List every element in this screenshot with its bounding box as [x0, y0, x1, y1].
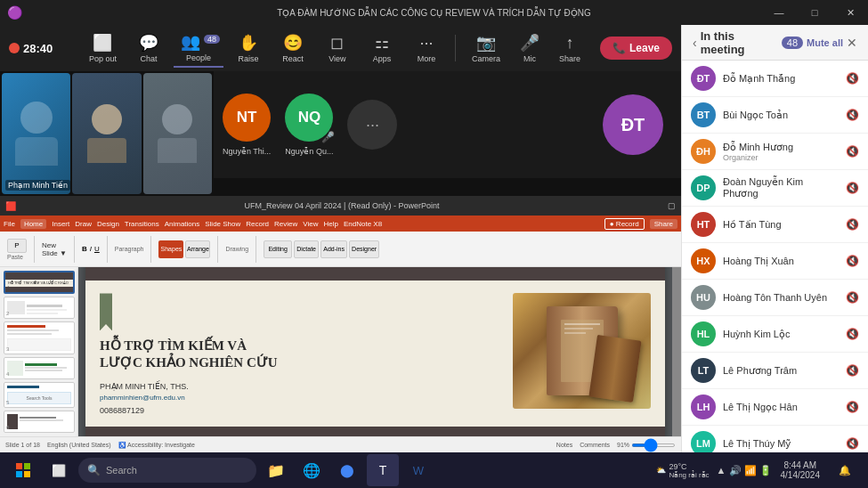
people-label: People: [186, 53, 211, 62]
ppt-ribbon-content: P Paste NewSlide ▼ B I U Para: [0, 232, 681, 267]
react-button[interactable]: 😊 React: [273, 29, 312, 67]
slide-thumb-6[interactable]: 6: [4, 411, 75, 433]
participant-mic-icon: 🔇: [846, 437, 859, 450]
teams-button[interactable]: T: [367, 454, 399, 486]
participant-name: Hồ Tấn Tùng: [723, 219, 839, 231]
designer-button[interactable]: Designer: [349, 240, 379, 258]
slide-thumb-5[interactable]: 5 Search Tools: [4, 382, 75, 408]
accessibility-label: ♿ Accessibility: Investigate: [118, 442, 195, 449]
participant-mic-icon: 🔇: [846, 218, 859, 231]
camera-button[interactable]: 📷 Camera: [465, 29, 507, 67]
share-icon: ↑: [565, 34, 573, 53]
clock[interactable]: 8:44 AM 4/14/2024: [775, 460, 826, 480]
participant-list-item: BT Bùi Ngọc Toản 🔇: [682, 97, 868, 134]
weather-icon: ⛅: [656, 466, 666, 475]
participant-name: Bùi Ngọc Toản: [723, 110, 839, 121]
ppt-titlebar: 🟥 UFM_Review 04 April 2024 | (Read Only)…: [0, 196, 681, 216]
participant-avatar: HT: [691, 212, 716, 237]
notification-button[interactable]: 🔔: [829, 454, 861, 486]
maximize-button[interactable]: □: [797, 0, 832, 25]
search-icon: 🔍: [87, 464, 101, 476]
participant-list-item: LM Lê Thị Thúy Mỹ 🔇: [682, 426, 868, 452]
slide-panel: 1 HỖ TRỢ TÌM KIẾM VÀ LƯỢC KHẢO 2: [0, 267, 78, 436]
more-button[interactable]: ··· More: [407, 30, 446, 67]
camera-label: Camera: [472, 54, 500, 63]
camera-icon: 📷: [476, 33, 496, 53]
clock-time: 8:44 AM: [783, 460, 816, 470]
arrange-button[interactable]: Arrange: [185, 240, 210, 258]
italic-button[interactable]: I: [90, 245, 92, 253]
share-label: Share: [559, 54, 580, 63]
participant-list-item: LH Lê Thị Ngọc Hân 🔇: [682, 389, 868, 426]
popout-button[interactable]: ⬜ Pop out: [82, 29, 124, 67]
view-all-button[interactable]: ···: [347, 100, 397, 150]
participant-list-item: HX Hoàng Thị Xuân 🔇: [682, 243, 868, 280]
panel-close-button[interactable]: ✕: [847, 36, 857, 50]
slide-thumb-1[interactable]: 1 HỖ TRỢ TÌM KIẾM VÀ LƯỢC KHẢO: [4, 271, 75, 294]
chat-button[interactable]: 💬 Chat: [129, 29, 168, 67]
slide-count-label: Slide 1 of 18: [5, 442, 40, 448]
slide-thumb-4[interactable]: 4: [4, 357, 75, 379]
mic-icon: 🎤: [520, 33, 539, 53]
participant-mic-icon: 🔇: [846, 182, 859, 194]
view-button[interactable]: ◻ View: [318, 29, 357, 67]
search-bar[interactable]: 🔍 Search: [78, 458, 256, 483]
participant-mic-icon: 🔇: [846, 364, 859, 377]
mute-all-button[interactable]: Mute all: [807, 37, 843, 48]
new-slide-button[interactable]: NewSlide ▼: [42, 241, 67, 257]
toolbar-separator: [455, 35, 456, 61]
wifi-icon: 📶: [744, 465, 757, 476]
shapes-button[interactable]: Shapes: [158, 240, 183, 258]
start-button[interactable]: [7, 454, 39, 486]
slide-thumb-3[interactable]: 3: [4, 321, 75, 354]
word-button[interactable]: W: [402, 454, 434, 486]
raise-button[interactable]: ✋ Raise: [229, 29, 268, 67]
dictate-button[interactable]: Dictate: [294, 240, 319, 258]
participant-name: Lê Phương Trâm: [723, 365, 839, 377]
panel-back-button[interactable]: ‹: [693, 36, 697, 50]
close-button[interactable]: ✕: [832, 0, 868, 25]
editing-button[interactable]: Editing: [264, 240, 292, 258]
language-label: English (United States): [47, 442, 111, 448]
underline-button[interactable]: U: [94, 245, 100, 253]
participants-panel: ‹ In this meeting 48 Mute all ✕ ĐT Đỗ Mạ…: [681, 25, 868, 452]
zoom-slider[interactable]: [631, 443, 676, 447]
leave-button[interactable]: 📞 Leave: [600, 37, 672, 60]
participant-list-item: HT Hồ Tấn Tùng 🔇: [682, 207, 868, 243]
minimize-button[interactable]: —: [761, 0, 797, 25]
window-title: TỌA ĐÀM HƯỚNG DẪN CÁC CÔNG CỤ REVIEW VÀ …: [277, 8, 591, 18]
share-button[interactable]: ↑ Share: [552, 30, 588, 67]
participant-avatar: HU: [691, 285, 716, 310]
taskview-button[interactable]: ⬜: [43, 454, 75, 486]
taskbar: ⬜ 🔍 Search 📁 🌐 ⬤ T W ⛅ 29°C Nắng rải rắc…: [0, 452, 868, 488]
react-icon: 😊: [283, 33, 303, 53]
large-dt-avatar: ĐT: [603, 94, 663, 155]
file-explorer-button[interactable]: 📁: [260, 454, 292, 486]
participant-nq-name: Nguyễn Qu...: [285, 147, 333, 156]
participant-name: Lê Thị Thúy Mỹ: [723, 438, 839, 450]
ppt-status-bar: Slide 1 of 18 English (United States) ♿ …: [0, 436, 681, 452]
participant-nt: NT Nguyễn Thi...: [223, 94, 271, 156]
video-1-name-label: Phạm Minh Tiến: [5, 180, 70, 191]
participant-list-item: HL Huỳnh Kim Lộc 🔇: [682, 316, 868, 353]
chrome-button[interactable]: ⬤: [331, 454, 363, 486]
slide-scrollbar[interactable]: [672, 267, 681, 436]
add-ins-button[interactable]: Add-ins: [320, 240, 347, 258]
video-thumb-3: [143, 73, 212, 194]
panel-title: In this meeting: [701, 29, 778, 56]
weather-widget: ⛅ 29°C Nắng rải rắc: [653, 462, 712, 479]
edge-button[interactable]: 🌐: [296, 454, 328, 486]
slide-author-info: PHẠM MINH TIẾN, THS. phamminhien@ufm.edu…: [100, 380, 504, 418]
chat-label: Chat: [140, 54, 157, 63]
paste-button[interactable]: P: [7, 239, 27, 253]
mic-button[interactable]: 🎤 Mic: [513, 29, 547, 67]
bold-button[interactable]: B: [82, 245, 87, 253]
apps-button[interactable]: ⚏ Apps: [362, 29, 402, 67]
people-button[interactable]: 👥48 People: [174, 28, 223, 68]
slide-thumb-2[interactable]: 2: [4, 297, 75, 319]
participant-name: Lê Thị Ngọc Hân: [723, 402, 839, 413]
slide-content: HỖ TRỢ TÌM KIẾM VÀLƯỢC KHẢO NGHIÊN CỨU P…: [85, 267, 665, 436]
slide-author-name: PHẠM MINH TIẾN, THS.: [100, 380, 504, 393]
temperature-label: 29°C: [669, 462, 709, 471]
svg-rect-3: [24, 471, 30, 477]
